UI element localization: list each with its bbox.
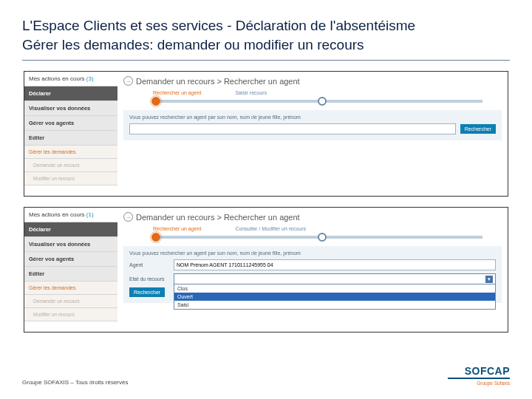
sidebar-visualiser[interactable]: Visualiser vos données (24, 101, 117, 116)
sidebar-actions[interactable]: Mes actions en cours (3) (24, 72, 117, 86)
sidebar-sub-demander[interactable]: Demander un recours (24, 159, 117, 172)
breadcrumb: → Demander un recours > Rechercher un ag… (123, 212, 502, 222)
step-2-label: Saisir recours (235, 90, 267, 95)
search-button[interactable]: Rechercher (129, 287, 165, 297)
sidebar: Mes actions en cours (3) Déclarer Visual… (24, 72, 117, 196)
step-node-2 (318, 97, 327, 106)
arrow-icon: → (123, 212, 133, 222)
logo-brand: SOFCAP (448, 366, 510, 376)
sidebar-gerer-demandes[interactable]: Gérer les demandes (24, 146, 117, 159)
sidebar-sub-demander[interactable]: Demander un recours (24, 295, 117, 308)
agent-input[interactable] (174, 259, 496, 270)
logo-sub: Groupe Sofaxis (448, 381, 510, 386)
screenshot-top: Mes actions en cours (3) Déclarer Visual… (24, 71, 508, 197)
sidebar-gerer-agents[interactable]: Gérer vos agents (24, 116, 117, 131)
search-panel: Vous pouvez rechercher un agent par son … (123, 246, 502, 303)
step-node-1 (151, 233, 160, 242)
dropdown-menu: Clos Ouvert Saisi (174, 284, 496, 310)
copyright: Groupe SOFAXIS – Tous droits réservés (22, 379, 128, 386)
arrow-icon: → (123, 76, 133, 86)
content-bottom: → Demander un recours > Rechercher un ag… (117, 208, 508, 332)
step-2-label: Consulter / Modifier un recours (235, 226, 306, 231)
sidebar: Mes actions en cours (1) Déclarer Visual… (24, 208, 117, 332)
etat-label: Etat du recours (129, 276, 168, 282)
sidebar-actions[interactable]: Mes actions en cours (1) (24, 208, 117, 222)
search-hint: Vous pouvez rechercher un agent par son … (129, 250, 496, 256)
search-panel: Vous pouvez rechercher un agent par son … (123, 110, 502, 140)
content-top: → Demander un recours > Rechercher un ag… (117, 72, 508, 196)
sidebar-editer[interactable]: Editer (24, 131, 117, 146)
logo: SOFCAP Groupe Sofaxis (448, 366, 510, 386)
wizard-bar (153, 100, 482, 103)
title-rule (22, 60, 510, 61)
step-node-1 (151, 97, 160, 106)
breadcrumb: → Demander un recours > Rechercher un ag… (123, 76, 502, 86)
sidebar-gerer-demandes[interactable]: Gérer les demandes (24, 282, 117, 295)
search-hint: Vous pouvez rechercher un agent par son … (129, 115, 496, 120)
search-button[interactable]: Rechercher (460, 124, 496, 134)
screenshot-bottom: Mes actions en cours (1) Déclarer Visual… (24, 207, 508, 332)
dd-opt-saisi[interactable]: Saisi (174, 301, 495, 309)
sidebar-declarer[interactable]: Déclarer (24, 222, 117, 237)
search-input[interactable] (129, 123, 456, 134)
sidebar-visualiser[interactable]: Visualiser vos données (24, 237, 117, 252)
agent-label: Agent (129, 262, 168, 267)
wizard-bar (153, 236, 482, 239)
slide-title: L'Espace Clients et ses services - Décla… (22, 16, 510, 54)
step-node-2 (318, 233, 327, 242)
wizard-steps: Rechercher un agent Consulter / Modifier… (153, 226, 502, 231)
sidebar-gerer-agents[interactable]: Gérer vos agents (24, 252, 117, 267)
sidebar-sub-modifier[interactable]: Modifier un recours (24, 308, 117, 321)
sidebar-sub-modifier[interactable]: Modifier un recours (24, 172, 117, 185)
step-1-label: Rechercher un agent (153, 90, 201, 95)
sidebar-declarer[interactable]: Déclarer (24, 86, 117, 101)
dd-opt-ouvert[interactable]: Ouvert (174, 293, 495, 301)
wizard-steps: Rechercher un agent Saisir recours (153, 90, 502, 95)
etat-dropdown[interactable]: ▾ Clos Ouvert Saisi (174, 273, 496, 284)
dd-opt-clos[interactable]: Clos (174, 284, 495, 293)
chevron-down-icon: ▾ (485, 276, 493, 283)
sidebar-editer[interactable]: Editer (24, 267, 117, 282)
step-1-label: Rechercher un agent (153, 226, 201, 231)
